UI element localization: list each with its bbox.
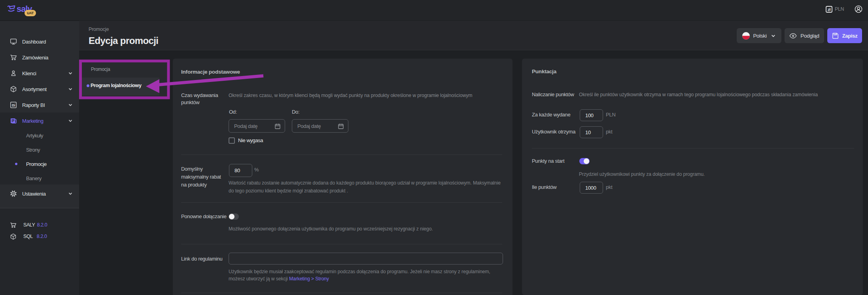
svg-text:Bi: Bi <box>12 103 15 107</box>
svg-text:zł: zł <box>828 8 831 12</box>
